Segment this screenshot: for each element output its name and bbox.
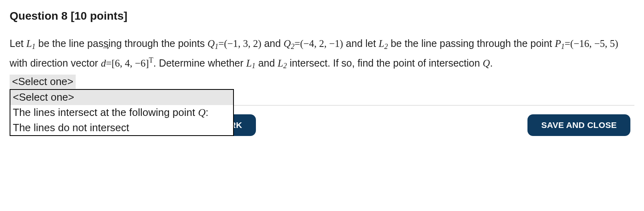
sub: 1 <box>561 43 565 51</box>
text: be the line passing through the points <box>36 38 207 49</box>
text: and <box>262 38 284 49</box>
text: Let <box>10 38 26 49</box>
var-Q1: Q <box>207 38 215 49</box>
value: =(−16, −5, 5) <box>565 38 618 49</box>
text: and let <box>343 38 379 49</box>
value: =(−4, 2, −1) <box>294 38 343 49</box>
value: =[6, 4, −6] <box>106 58 149 69</box>
sub: 1 <box>215 43 218 51</box>
option-text: : <box>205 106 208 118</box>
var-L2: L <box>278 58 283 69</box>
text: and <box>256 57 278 69</box>
text: intersect. If so, find the point of inte… <box>287 57 483 69</box>
option-text: The lines intersect at the following poi… <box>13 106 198 118</box>
select-option-intersect[interactable]: The lines intersect at the following poi… <box>10 105 233 120</box>
value: =(−1, 3, 2) <box>218 38 261 49</box>
question-statement: Let L1 be the line passing through the p… <box>10 34 634 73</box>
sub: 2 <box>283 62 287 70</box>
answer-select-options[interactable]: <Select one> The lines intersect at the … <box>10 89 234 136</box>
var-L1: L <box>246 58 252 69</box>
select-option-no-intersect[interactable]: The lines do not intersect <box>10 120 233 136</box>
text: be the line passing through the point <box>388 38 555 49</box>
var-Q2: Q <box>284 38 291 49</box>
vector-d: →d <box>101 54 106 73</box>
button-label: SAVE AND CLOSE <box>541 120 617 130</box>
text: with direction vector <box>10 57 101 69</box>
var-Q: Q <box>198 107 205 118</box>
sub: 1 <box>32 43 36 51</box>
sub: 1 <box>252 62 256 70</box>
question-heading: Question 8 [10 points] <box>10 7 634 24</box>
select-option-placeholder[interactable]: <Select one> <box>10 90 233 105</box>
text: . Determine whether <box>153 57 246 69</box>
text: . <box>490 57 493 69</box>
var-Q: Q <box>483 58 490 69</box>
answer-select[interactable]: <Select one> <box>10 75 76 89</box>
transpose: T <box>149 56 153 64</box>
save-and-close-button[interactable]: SAVE AND CLOSE <box>527 114 630 136</box>
sub: 2 <box>291 43 294 51</box>
var-d: d <box>101 58 106 69</box>
var-P1: P <box>555 38 561 49</box>
var-L2: L <box>379 38 384 49</box>
var-L1: L <box>26 38 32 49</box>
